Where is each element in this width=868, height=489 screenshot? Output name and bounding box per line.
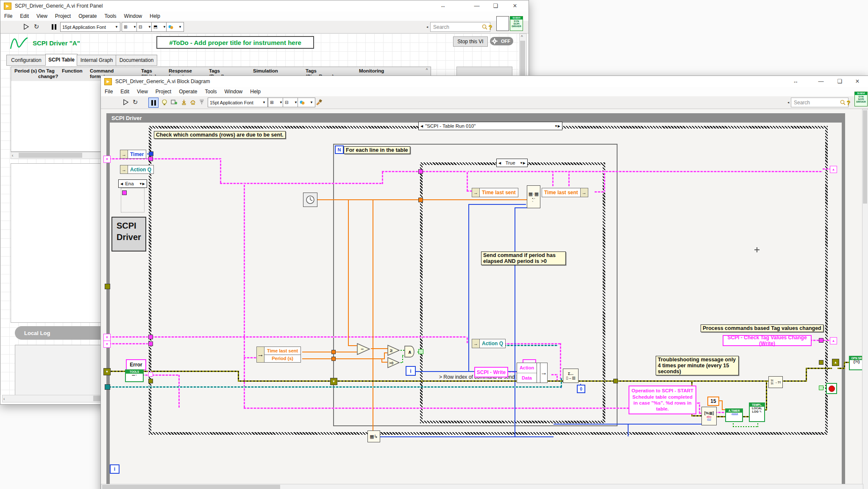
enqueue-element-node[interactable]: Σ... ▯→▥ xyxy=(563,369,579,383)
context-help-icon[interactable]: ? xyxy=(487,22,494,31)
cleanup-diagram-icon[interactable] xyxy=(314,98,324,107)
todo-title-box[interactable]: #ToDo - Add proper title for instrument … xyxy=(156,36,314,49)
fp-minimize-button[interactable]: — xyxy=(467,0,486,11)
align-objects-button[interactable]: ⊞▼ xyxy=(268,98,285,107)
highlight-execution-icon[interactable] xyxy=(160,98,169,107)
fp-font-selector[interactable]: 15pt Application Font▼ xyxy=(60,22,120,32)
table-scroll-up-icon[interactable]: ^ xyxy=(424,68,429,73)
index-array-node[interactable]: ▦↳ xyxy=(367,430,380,442)
bd-arrange-button[interactable]: ↔ xyxy=(786,76,805,87)
ena-selector[interactable]: ◀ Ena ▼▶ xyxy=(118,179,147,188)
bd-font-selector[interactable]: 15pt Application Font▼ xyxy=(208,98,268,107)
action-q-obtain-node[interactable]: → Action Q xyxy=(472,339,506,348)
shift-register-olive-left[interactable]: ▼ xyxy=(103,368,111,375)
scpi-write-string[interactable]: SCPI - Write xyxy=(474,367,508,377)
fifteen-constant[interactable]: 15 xyxy=(707,397,719,406)
bundle-action-data-node[interactable]: Action Data → xyxy=(517,363,548,383)
bd-h-scrollbar[interactable] xyxy=(101,484,863,489)
time-last-sent-unbundle[interactable]: → Time last sent xyxy=(472,188,518,197)
bd-menu-operate[interactable]: Operate xyxy=(175,89,201,95)
reorder-button[interactable]: ▼ xyxy=(298,98,315,107)
timer-terminal[interactable]: → Timer xyxy=(120,150,146,159)
bd-menu-file[interactable]: File xyxy=(101,89,117,95)
bd-v-scrollbar[interactable] xyxy=(862,109,868,489)
bd-search-input[interactable]: Search xyxy=(791,98,849,107)
fp-vi-icon[interactable]: SUBVI SYN SCPI DRIVER xyxy=(510,16,523,31)
fp-close-button[interactable]: × xyxy=(506,0,524,11)
fp-menu-operate[interactable]: Operate xyxy=(75,13,100,19)
operation-message-string[interactable]: Operation to SCPI - START Schedule table… xyxy=(629,386,696,414)
run-continuous-button[interactable]: ↻ xyxy=(131,98,140,107)
bd-vi-icon[interactable]: SUBVI SYN SCPI DRIVER xyxy=(854,92,868,106)
bd-menu-help[interactable]: Help xyxy=(246,89,264,95)
fp-search-input[interactable]: Search xyxy=(430,22,490,32)
pause-button[interactable] xyxy=(148,98,159,108)
context-help-icon[interactable]: ? xyxy=(845,98,852,107)
greater-than-zero-node[interactable]: >0 xyxy=(387,357,402,368)
true-case-selector[interactable]: ◀ True ▼▶ xyxy=(496,159,528,167)
check-tag-values-string[interactable]: SCPI - Check Tag Values Change (Write) xyxy=(723,335,812,346)
a-timer-subvi[interactable]: A.TIMER ◔ΛΛΛ xyxy=(725,408,743,422)
run-continuous-button[interactable]: ↻ xyxy=(32,22,41,31)
templ-local-log-subvi[interactable]: TEMPL. LOCAL LOG ✎ xyxy=(749,402,765,422)
fp-menu-window[interactable]: Window xyxy=(120,13,146,19)
fp-menu-view[interactable]: View xyxy=(33,13,51,19)
error-cluster-label[interactable]: Error xyxy=(126,359,146,370)
align-objects-button[interactable]: ⊞▼ xyxy=(122,22,139,32)
bd-maximize-button[interactable]: ❏ xyxy=(830,76,849,87)
greater-equal-node[interactable]: ≥ xyxy=(387,345,402,356)
tick-count-clock-node[interactable] xyxy=(303,193,317,207)
fp-arrange-button[interactable]: ↔ xyxy=(434,0,452,11)
subtract-node[interactable]: − xyxy=(357,343,372,355)
resize-objects-button[interactable]: ⬒▼ xyxy=(151,22,168,32)
shift-register-pink-left-3[interactable]: ▼ xyxy=(103,341,111,348)
bd-search-splitter-icon[interactable]: ◂ xyxy=(787,98,790,107)
bd-menu-project[interactable]: Project xyxy=(152,89,175,95)
unbundle-period-node[interactable]: → Time last sent Period (s) xyxy=(256,346,301,363)
shift-register-pink-left-1[interactable]: ▼ xyxy=(103,156,111,163)
fp-menu-project[interactable]: Project xyxy=(51,13,75,19)
replace-array-subset-node[interactable]: ▦·▦ ▪.▫▫ xyxy=(527,185,540,208)
bd-diagram-area[interactable]: SCPI Driver xyxy=(101,109,862,489)
fp-menu-file[interactable]: File xyxy=(0,13,16,19)
bd-menu-tools[interactable]: Tools xyxy=(201,89,221,95)
format-into-string-node[interactable]: [%▦] abc I32 xyxy=(701,407,717,425)
fp-menu-help[interactable]: Help xyxy=(146,13,164,19)
case-structure-true[interactable] xyxy=(420,162,605,423)
time-last-sent-bundle[interactable]: Time last sent → xyxy=(542,188,588,197)
step-into-icon[interactable] xyxy=(180,98,188,107)
merge-errors-node[interactable]: ?! ?! →?! xyxy=(768,376,783,388)
tab-internal-graph[interactable]: Internal Graph xyxy=(77,55,117,66)
tab-scpi-table[interactable]: SCPI Table xyxy=(45,54,78,66)
bd-menu-edit[interactable]: Edit xyxy=(117,89,133,95)
fp-maximize-button[interactable]: ❏ xyxy=(486,0,505,11)
shift-register-olive-right[interactable]: ▲ xyxy=(832,359,839,366)
event-case-selector[interactable]: ◀ "SCPI - Table Run 010" ▼▶ xyxy=(418,122,562,130)
action-q-terminal[interactable]: → Action Q xyxy=(120,165,154,174)
shift-register-pink-right2[interactable]: ▲ xyxy=(830,337,837,344)
bd-titlebar[interactable]: ▶ SCPI_Driver_Generic_A.vi Block Diagram xyxy=(101,76,868,87)
pause-button[interactable] xyxy=(50,22,58,31)
stop-led-terminal[interactable] xyxy=(826,383,837,394)
bd-menu-window[interactable]: Window xyxy=(221,89,247,95)
fp-menu-edit[interactable]: Edit xyxy=(16,13,33,19)
opn-sr-subvi[interactable]: OPN SR (?!) xyxy=(849,356,862,370)
distribute-objects-button[interactable]: ⊟▼ xyxy=(136,22,153,32)
tools-cluster-icon[interactable]: TOOLS ▪▪▪◔ xyxy=(125,369,144,382)
bd-minimize-button[interactable]: — xyxy=(812,76,830,87)
stop-this-vi-button[interactable]: Stop this VI xyxy=(453,36,488,47)
step-out-icon[interactable] xyxy=(198,98,206,107)
tab-documentation[interactable]: Documentation xyxy=(116,55,157,66)
fp-menu-tools[interactable]: Tools xyxy=(101,13,120,19)
shift-register-olive-for[interactable]: ▼ xyxy=(330,378,337,385)
off-toggle[interactable]: OFF xyxy=(490,37,513,45)
bd-close-button[interactable]: × xyxy=(848,76,867,87)
reorder-button[interactable]: ▼ xyxy=(166,22,184,32)
distribute-objects-button[interactable]: ⊟▼ xyxy=(283,98,300,107)
and-gate-node[interactable]: ∧ xyxy=(404,346,419,358)
tab-configuration[interactable]: Configuration xyxy=(6,55,46,66)
step-over-icon[interactable] xyxy=(189,98,197,107)
shift-register-pink-right[interactable]: ▲ xyxy=(830,166,837,173)
run-button[interactable] xyxy=(121,98,131,107)
zero-constant[interactable]: 0 xyxy=(577,385,585,393)
